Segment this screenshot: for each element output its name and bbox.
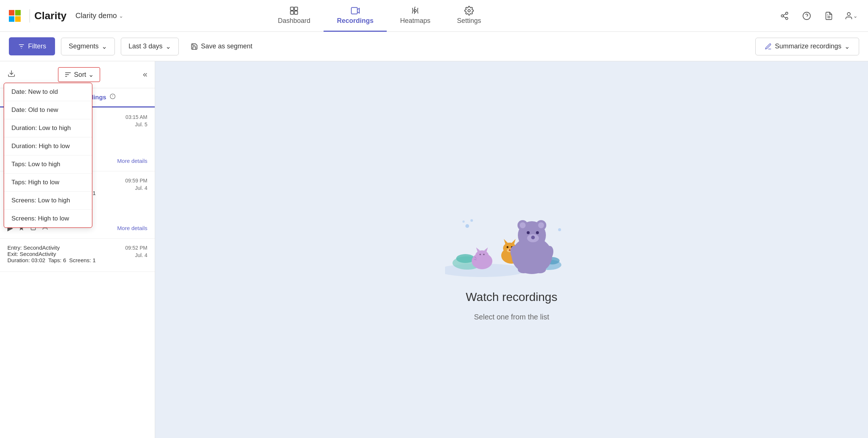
header: Clarity Clarity demo ⌄ Dashboard Recordi… (0, 0, 868, 32)
header-divider (30, 9, 30, 23)
sort-button[interactable]: Sort ⌄ (58, 67, 100, 82)
svg-point-68 (518, 266, 530, 273)
svg-point-11 (786, 12, 788, 14)
recording-1-more-details[interactable]: More details (117, 225, 147, 231)
summarize-chevron-icon: ⌄ (844, 42, 850, 51)
left-panel-header: Sort ⌄ « Date: New to old Date: Old to n… (0, 61, 155, 88)
left-panel: Sort ⌄ « Date: New to old Date: Old to n… (0, 61, 155, 438)
tab-heatmaps[interactable]: Heatmaps (387, 0, 444, 32)
svg-point-10 (468, 9, 471, 12)
svg-point-63 (531, 236, 535, 239)
svg-point-72 (471, 219, 473, 222)
project-selector[interactable]: Clarity demo ⌄ (75, 11, 123, 20)
tab-settings-label: Settings (457, 17, 481, 25)
sort-option-3[interactable]: Duration: High to low (4, 137, 92, 155)
tab-dashboard[interactable]: Dashboard (264, 0, 324, 32)
watch-illustration: Watch recordings Select one from the lis… (445, 178, 578, 321)
help-btn[interactable] (799, 8, 815, 24)
sort-option-0[interactable]: Date: New to old (4, 83, 92, 101)
recording-2-entry: Entry: SecondActivity (7, 244, 96, 251)
sort-chevron-icon: ⌄ (88, 71, 94, 79)
svg-point-20 (847, 13, 850, 16)
svg-point-44 (479, 254, 481, 255)
svg-rect-5 (294, 7, 298, 10)
right-panel: Watch recordings Select one from the lis… (155, 61, 868, 438)
svg-rect-8 (351, 7, 357, 14)
account-btn[interactable]: ⌄ (843, 8, 859, 24)
svg-point-65 (536, 231, 539, 234)
date-range-label: Last 3 days (129, 42, 163, 50)
recording-2-duration: Duration: 03:02 Taps: 6 Screens: 1 (7, 257, 96, 263)
save-segment-label: Save as segment (201, 42, 252, 50)
app-name: Clarity (34, 10, 66, 22)
svg-point-41 (475, 250, 489, 261)
recording-2-exit: Exit: SecondActivity (7, 251, 96, 257)
svg-rect-1 (15, 10, 21, 16)
segments-label: Segments (69, 42, 99, 50)
filters-label: Filters (28, 42, 46, 50)
sort-option-5[interactable]: Taps: High to low (4, 174, 92, 192)
svg-point-13 (786, 17, 788, 20)
filters-button[interactable]: Filters (9, 37, 55, 55)
svg-rect-3 (15, 16, 21, 22)
svg-point-53 (509, 249, 511, 251)
sort-option-2[interactable]: Duration: Low to high (4, 119, 92, 137)
watch-recordings-subtitle: Select one from the list (474, 313, 549, 321)
project-chevron-icon: ⌄ (119, 13, 123, 19)
svg-point-64 (527, 231, 530, 234)
collapse-button[interactable]: « (143, 70, 147, 79)
recording-card-2: Entry: SecondActivity Exit: SecondActivi… (0, 239, 155, 272)
share-btn[interactable] (776, 8, 793, 24)
microsoft-logo (9, 10, 21, 22)
svg-rect-0 (9, 10, 14, 16)
recording-0-time: 03:15 AM Jul. 5 (126, 114, 147, 128)
recording-2-time: 09:52 PM Jul. 4 (125, 244, 147, 259)
sort-option-6[interactable]: Screens: Low to high (4, 192, 92, 210)
tab-dashboard-label: Dashboard (278, 17, 310, 25)
svg-point-54 (507, 246, 509, 248)
svg-rect-4 (291, 7, 294, 10)
document-btn[interactable] (821, 8, 837, 24)
tab-heatmaps-label: Heatmaps (400, 17, 430, 25)
nav-tabs: Dashboard Recordings Heatmaps Settings (264, 0, 494, 32)
download-button[interactable] (7, 69, 16, 80)
sort-option-4[interactable]: Taps: Low to high (4, 155, 92, 174)
svg-line-14 (783, 16, 786, 18)
svg-rect-2 (9, 16, 14, 22)
tab-recordings[interactable]: Recordings (324, 0, 387, 32)
svg-point-71 (462, 220, 465, 223)
svg-point-70 (465, 224, 469, 228)
svg-point-69 (534, 266, 546, 273)
animals-illustration (445, 178, 578, 281)
segments-chevron-icon: ⌄ (102, 42, 107, 51)
sort-dropdown: Date: New to old Date: Old to new Durati… (4, 83, 92, 228)
sort-option-1[interactable]: Date: Old to new (4, 101, 92, 119)
svg-rect-6 (291, 11, 294, 14)
sort-label: Sort (74, 71, 86, 79)
recording-card-2-header: Entry: SecondActivity Exit: SecondActivi… (7, 244, 147, 263)
watch-recordings-title: Watch recordings (466, 290, 557, 304)
svg-point-12 (781, 15, 783, 17)
main-layout: Sort ⌄ « Date: New to old Date: Old to n… (0, 61, 868, 438)
segments-button[interactable]: Segments ⌄ (61, 38, 115, 55)
date-range-button[interactable]: Last 3 days ⌄ (121, 38, 179, 55)
recording-0-more-details[interactable]: More details (117, 158, 147, 164)
save-segment-button[interactable]: Save as segment (185, 38, 258, 55)
summarize-label: Summarize recordings (775, 42, 841, 50)
svg-line-15 (783, 14, 786, 15)
project-name: Clarity demo (75, 11, 117, 20)
tab-recordings-label: Recordings (337, 17, 373, 25)
recording-1-time: 09:59 PM Jul. 4 (125, 177, 147, 192)
toolbar: Filters Segments ⌄ Last 3 days ⌄ Save as… (0, 32, 868, 61)
sort-option-7[interactable]: Screens: High to low (4, 210, 92, 227)
summarize-recordings-button[interactable]: Summarize recordings ⌄ (755, 38, 859, 55)
tab-settings[interactable]: Settings (444, 0, 494, 32)
svg-point-16 (803, 12, 810, 20)
svg-point-73 (558, 228, 561, 231)
svg-point-61 (538, 222, 544, 228)
date-chevron-icon: ⌄ (165, 42, 171, 51)
header-actions: ⌄ (776, 8, 859, 24)
svg-point-45 (483, 254, 485, 255)
recording-2-labels: Entry: SecondActivity Exit: SecondActivi… (7, 244, 96, 263)
svg-rect-7 (294, 11, 298, 14)
